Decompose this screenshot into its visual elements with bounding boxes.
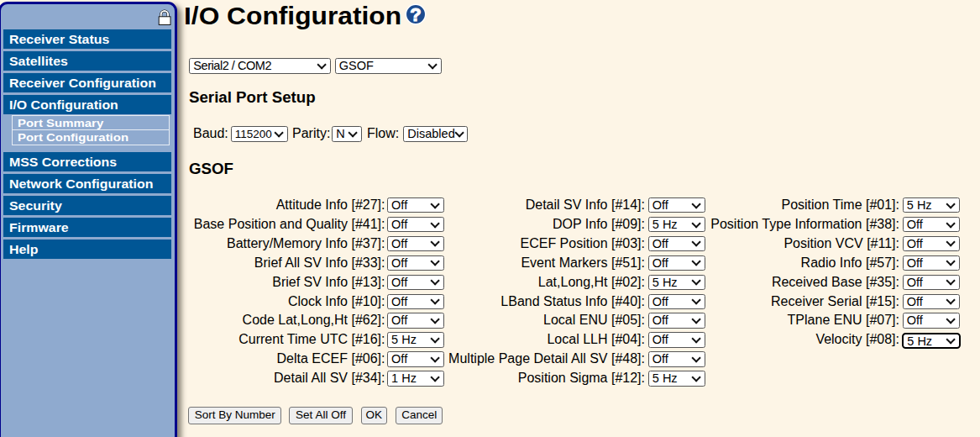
- svg-text:?: ?: [410, 4, 421, 25]
